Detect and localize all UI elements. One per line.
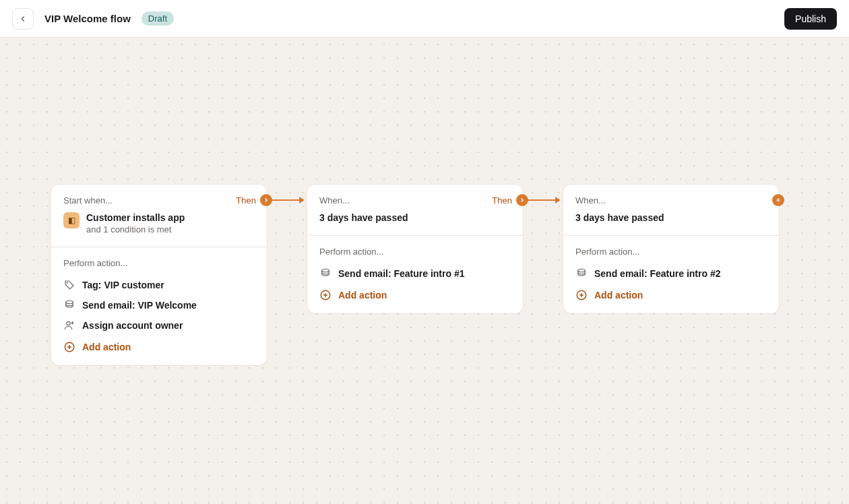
status-badge: Draft bbox=[142, 11, 174, 26]
tag-icon bbox=[63, 279, 75, 291]
action-row[interactable]: Send email: Feature intro #2 bbox=[575, 263, 767, 284]
svg-point-0 bbox=[67, 282, 68, 284]
add-action-button[interactable]: Add action bbox=[575, 284, 767, 301]
plus-circle-icon bbox=[319, 289, 332, 301]
actions-label: Perform action... bbox=[319, 247, 511, 257]
action-row[interactable]: Assign account owner bbox=[63, 315, 255, 336]
then-handle[interactable] bbox=[516, 194, 528, 206]
flow-step[interactable]: When... 3 days have passed Perform actio… bbox=[563, 185, 779, 313]
svg-point-2 bbox=[67, 321, 70, 325]
svg-point-12 bbox=[578, 269, 586, 272]
trigger-section: Start when... ◧ Customer installs app an… bbox=[51, 185, 267, 247]
email-icon bbox=[63, 299, 75, 311]
add-action-label: Add action bbox=[338, 290, 387, 301]
add-action-label: Add action bbox=[82, 342, 131, 352]
action-text: Send email: Feature intro #1 bbox=[338, 268, 465, 279]
add-step-handle[interactable] bbox=[772, 194, 784, 206]
add-action-button[interactable]: Add action bbox=[319, 284, 511, 301]
action-text: Assign account owner bbox=[82, 320, 183, 331]
chevron-right-icon bbox=[263, 197, 270, 203]
add-action-button[interactable]: Add action bbox=[63, 336, 255, 353]
trigger-section: When... 3 days have passed bbox=[307, 185, 523, 235]
then-label: Then bbox=[236, 195, 256, 206]
chevron-right-icon bbox=[519, 197, 526, 203]
trigger-row: ◧ Customer installs app and 1 condition … bbox=[63, 212, 255, 234]
assign-owner-icon bbox=[63, 319, 75, 332]
action-text: Send email: Feature intro #2 bbox=[594, 268, 721, 279]
wait-text: 3 days have passed bbox=[575, 212, 767, 223]
svg-point-8 bbox=[322, 269, 329, 272]
actions-label: Perform action... bbox=[63, 258, 255, 268]
then-output[interactable]: Then bbox=[492, 194, 528, 206]
then-handle[interactable] bbox=[260, 194, 272, 206]
publish-button[interactable]: Publish bbox=[784, 8, 837, 30]
trigger-title: Customer installs app bbox=[86, 212, 185, 223]
flow-step[interactable]: Start when... ◧ Customer installs app an… bbox=[51, 185, 267, 365]
trigger-label: When... bbox=[319, 195, 511, 206]
chevron-left-icon bbox=[18, 14, 28, 24]
flow-canvas[interactable]: Start when... ◧ Customer installs app an… bbox=[0, 38, 849, 504]
then-label: Then bbox=[492, 195, 512, 206]
action-row[interactable]: Send email: Feature intro #1 bbox=[319, 263, 511, 284]
app-icon: ◧ bbox=[63, 212, 80, 228]
trigger-label: Start when... bbox=[63, 195, 255, 206]
app-header: VIP Welcome flow Draft Publish bbox=[0, 0, 849, 38]
add-step-button[interactable] bbox=[772, 194, 784, 206]
action-row[interactable]: Tag: VIP customer bbox=[63, 275, 255, 295]
flow-row: Start when... ◧ Customer installs app an… bbox=[51, 185, 779, 365]
plus-circle-icon bbox=[63, 341, 75, 353]
then-output[interactable]: Then bbox=[236, 194, 272, 206]
email-icon bbox=[575, 267, 588, 280]
trigger-section: When... 3 days have passed bbox=[563, 185, 779, 235]
add-action-label: Add action bbox=[594, 290, 643, 301]
trigger-subtitle: and 1 condition is met bbox=[86, 224, 185, 234]
svg-point-1 bbox=[66, 301, 73, 304]
flow-step[interactable]: When... 3 days have passed Perform actio… bbox=[307, 185, 523, 313]
email-icon bbox=[319, 267, 332, 280]
connector-arrow bbox=[523, 199, 563, 201]
plus-circle-icon bbox=[575, 289, 588, 301]
action-text: Send email: VIP Welcome bbox=[82, 300, 197, 311]
trigger-label: When... bbox=[575, 195, 767, 206]
plus-icon bbox=[775, 197, 782, 203]
action-text: Tag: VIP customer bbox=[82, 280, 164, 290]
page-title: VIP Welcome flow bbox=[44, 13, 131, 24]
actions-section: Perform action... Send email: Feature in… bbox=[563, 235, 779, 313]
actions-section: Perform action... Tag: VIP customer Send… bbox=[51, 247, 267, 365]
back-button[interactable] bbox=[12, 8, 34, 30]
connector-arrow bbox=[267, 199, 307, 201]
actions-section: Perform action... Send email: Feature in… bbox=[307, 235, 523, 313]
action-row[interactable]: Send email: VIP Welcome bbox=[63, 295, 255, 315]
wait-text: 3 days have passed bbox=[319, 212, 511, 223]
actions-label: Perform action... bbox=[575, 247, 767, 257]
